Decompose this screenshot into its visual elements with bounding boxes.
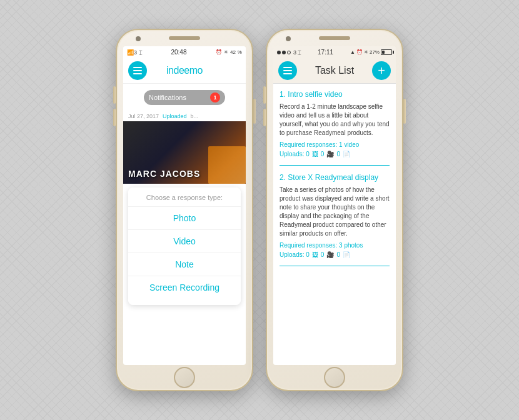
photo-count-2: 0 [321, 251, 325, 258]
response-option-photo[interactable]: Photo [128, 206, 241, 229]
notifications-label: Notifications [149, 94, 186, 101]
phone-right: 3 ⌶ 17:11 ▲ ⏰ ✳ 27% Task List + [266, 29, 403, 391]
task-list-title: Task List [315, 65, 354, 76]
signal-dot-1 [277, 51, 281, 54]
phone-left: 📶3 ⌶ 20:48 ⏰ ✳ 42 % indeemo Notificati [116, 29, 253, 391]
phone2-header: Task List + [273, 59, 396, 84]
task-2-title[interactable]: 2. Store X Readymeal display [280, 173, 390, 182]
speaker [319, 36, 350, 40]
signal-number: 3 [293, 49, 296, 56]
phone2-screen: 3 ⌶ 17:11 ▲ ⏰ ✳ 27% Task List + [273, 46, 396, 365]
app-logo: indeemo [166, 65, 203, 76]
phone1-header: indeemo [123, 59, 246, 84]
speaker [169, 36, 200, 40]
uploads-label-1: Uploads: 0 [280, 151, 310, 158]
upload-suffix: b... [191, 113, 199, 119]
volume-down-button[interactable] [113, 109, 116, 126]
time-display: 20:48 [171, 49, 186, 56]
battery-icon [381, 49, 392, 55]
photo-store-text: MARC JACOBS [128, 169, 200, 179]
response-option-note[interactable]: Note [128, 252, 241, 276]
response-modal-title: Choose a response type: [128, 194, 241, 201]
status-left-2: 3 ⌶ [277, 49, 301, 56]
hamburger-line [283, 67, 292, 68]
doc-icon-1: 📄 [343, 151, 350, 158]
hamburger-line [133, 70, 142, 71]
bluetooth-icon-2: ✳ [364, 49, 368, 55]
response-option-screen-recording[interactable]: Screen Recording [128, 276, 241, 299]
menu-button[interactable] [128, 61, 147, 80]
video-icon-1: 🎥 [326, 151, 334, 158]
task-2-uploads: Uploads: 0 🖼 0 🎥 0 📄 [280, 251, 390, 258]
phone-top [117, 30, 252, 46]
task-1-uploads: Uploads: 0 🖼 0 🎥 0 📄 [280, 151, 390, 158]
photo-bg-element [208, 146, 246, 184]
home-button[interactable] [174, 367, 195, 388]
photo-count-1: 0 [321, 151, 325, 158]
volume-down-button[interactable] [263, 109, 266, 126]
status-right: ⏰ ✳ 42 % [216, 49, 242, 55]
photo-preview: MARC JACOBS [123, 121, 246, 184]
hamburger-line [283, 73, 292, 74]
location-icon: ▲ [350, 49, 355, 55]
task-2-desc: Take a series of photos of how the produ… [280, 186, 390, 238]
battery-label: 42 [230, 49, 236, 55]
bluetooth-icon: ✳ [224, 49, 228, 55]
task-list: 1. Intro selfie video Record a 1-2 minut… [273, 84, 396, 365]
phone1-screen: 📶3 ⌶ 20:48 ⏰ ✳ 42 % indeemo Notificati [123, 46, 246, 365]
signal-dot-3 [287, 51, 291, 54]
hamburger-line [283, 70, 292, 71]
phone-top [267, 30, 402, 46]
wifi-icon-2: ⌶ [298, 49, 301, 56]
phone2-status-bar: 3 ⌶ 17:11 ▲ ⏰ ✳ 27% [273, 46, 396, 59]
upload-status: Uploaded [163, 113, 187, 119]
battery-percent-icon: % [238, 49, 242, 55]
power-button[interactable] [403, 99, 406, 124]
time-display-2: 17:11 [318, 49, 333, 56]
doc-icon-2: 📄 [343, 251, 350, 258]
uploads-label-2: Uploads: 0 [280, 251, 310, 258]
home-button-2[interactable] [324, 367, 345, 388]
task-1-title[interactable]: 1. Intro selfie video [280, 90, 390, 99]
volume-up-button[interactable] [263, 86, 266, 104]
signal-dot-2 [282, 51, 286, 54]
hamburger-line [133, 67, 142, 68]
upload-date: Jul 27, 2017 [128, 113, 159, 119]
alarm-icon: ⏰ [216, 49, 222, 55]
front-camera [286, 36, 291, 41]
video-count-1: 0 [336, 151, 340, 158]
task-1-required: Required responses: 1 video [280, 141, 390, 148]
response-option-video[interactable]: Video [128, 229, 241, 252]
upload-bar: Jul 27, 2017 Uploaded b... [123, 111, 246, 121]
video-count-2: 0 [336, 251, 340, 258]
front-camera [136, 36, 141, 41]
status-right-2: ▲ ⏰ ✳ 27% [350, 49, 392, 55]
alarm-icon-2: ⏰ [356, 49, 363, 55]
photo-icon-2: 🖼 [312, 251, 318, 258]
task-item-1: 1. Intro selfie video Record a 1-2 minut… [280, 90, 390, 166]
notification-badge: 1 [210, 92, 220, 102]
task-1-desc: Record a 1-2 minute landscape selfie vid… [280, 102, 390, 138]
battery-percent-2: 27% [370, 49, 380, 55]
phone-bottom [174, 365, 195, 390]
phone-bottom-2 [324, 365, 345, 390]
volume-up-button[interactable] [113, 86, 116, 104]
phone1-status-bar: 📶3 ⌶ 20:48 ⏰ ✳ 42 % [123, 46, 246, 59]
notifications-container: Notifications 1 [123, 88, 246, 108]
signal-label: 📶3 [127, 49, 137, 56]
task-2-required: Required responses: 3 photos [280, 242, 390, 249]
power-button[interactable] [253, 99, 256, 124]
add-task-button[interactable]: + [372, 61, 391, 80]
hamburger-line [133, 73, 142, 74]
video-icon-2: 🎥 [326, 251, 334, 258]
response-modal: Choose a response type: Photo Video Note… [128, 188, 241, 305]
status-left: 📶3 ⌶ [127, 49, 142, 56]
notifications-bar[interactable]: Notifications 1 [144, 90, 225, 105]
task-item-2: 2. Store X Readymeal display Take a seri… [280, 173, 390, 266]
photo-icon-1: 🖼 [312, 151, 318, 158]
menu-button-2[interactable] [278, 61, 297, 80]
wifi-icon: ⌶ [139, 49, 142, 56]
